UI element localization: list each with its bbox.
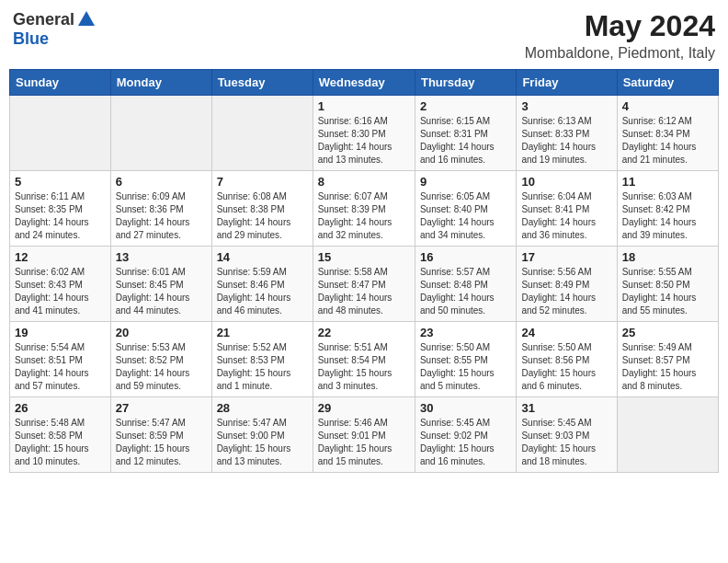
- calendar-cell: 22Sunrise: 5:51 AM Sunset: 8:54 PM Dayli…: [313, 322, 415, 397]
- calendar-cell: 17Sunrise: 5:56 AM Sunset: 8:49 PM Dayli…: [517, 247, 617, 322]
- day-info: Sunrise: 6:07 AM Sunset: 8:39 PM Dayligh…: [318, 190, 410, 242]
- svg-marker-0: [78, 11, 95, 26]
- day-number: 16: [420, 250, 511, 264]
- header-sunday: Sunday: [10, 70, 111, 96]
- calendar-header: Sunday Monday Tuesday Wednesday Thursday…: [10, 70, 719, 96]
- day-info: Sunrise: 5:57 AM Sunset: 8:48 PM Dayligh…: [420, 266, 511, 317]
- calendar-cell: 31Sunrise: 5:45 AM Sunset: 9:03 PM Dayli…: [517, 397, 617, 473]
- day-number: 31: [521, 401, 611, 415]
- calendar-cell: 9Sunrise: 6:05 AM Sunset: 8:40 PM Daylig…: [415, 171, 516, 247]
- day-info: Sunrise: 6:08 AM Sunset: 8:38 PM Dayligh…: [217, 190, 308, 242]
- calendar-cell: 24Sunrise: 5:50 AM Sunset: 8:56 PM Dayli…: [517, 322, 617, 397]
- header-tuesday: Tuesday: [211, 70, 313, 96]
- day-info: Sunrise: 5:55 AM Sunset: 8:50 PM Dayligh…: [622, 266, 713, 317]
- page-header: General Blue May 2024 Mombaldone, Piedmo…: [9, 9, 719, 62]
- day-number: 9: [420, 175, 511, 189]
- day-number: 28: [217, 401, 308, 415]
- day-number: 12: [15, 250, 106, 264]
- day-number: 23: [420, 326, 511, 339]
- day-info: Sunrise: 5:47 AM Sunset: 9:00 PM Dayligh…: [217, 417, 308, 468]
- logo-icon: [76, 9, 97, 29]
- day-number: 20: [116, 326, 207, 339]
- calendar-cell: 12Sunrise: 6:02 AM Sunset: 8:43 PM Dayli…: [10, 247, 111, 322]
- calendar-week-row: 26Sunrise: 5:48 AM Sunset: 8:58 PM Dayli…: [10, 397, 719, 473]
- calendar-cell: 20Sunrise: 5:53 AM Sunset: 8:52 PM Dayli…: [110, 322, 211, 397]
- day-info: Sunrise: 6:11 AM Sunset: 8:35 PM Dayligh…: [15, 190, 106, 242]
- day-info: Sunrise: 5:49 AM Sunset: 8:57 PM Dayligh…: [622, 341, 713, 393]
- calendar-week-row: 12Sunrise: 6:02 AM Sunset: 8:43 PM Dayli…: [10, 247, 719, 322]
- day-info: Sunrise: 5:59 AM Sunset: 8:46 PM Dayligh…: [217, 266, 308, 317]
- calendar-cell: [617, 397, 718, 473]
- day-number: 2: [420, 99, 511, 113]
- calendar-cell: 11Sunrise: 6:03 AM Sunset: 8:42 PM Dayli…: [617, 171, 718, 247]
- day-number: 14: [217, 250, 308, 264]
- day-number: 21: [217, 326, 308, 339]
- calendar-cell: 5Sunrise: 6:11 AM Sunset: 8:35 PM Daylig…: [10, 171, 111, 247]
- day-info: Sunrise: 5:45 AM Sunset: 9:03 PM Dayligh…: [521, 417, 611, 468]
- day-info: Sunrise: 6:13 AM Sunset: 8:33 PM Dayligh…: [521, 115, 611, 167]
- calendar-cell: 27Sunrise: 5:47 AM Sunset: 8:59 PM Dayli…: [110, 397, 211, 473]
- calendar-cell: 6Sunrise: 6:09 AM Sunset: 8:36 PM Daylig…: [110, 171, 211, 247]
- day-number: 18: [622, 250, 713, 264]
- day-number: 26: [15, 401, 106, 415]
- day-number: 24: [521, 326, 611, 339]
- day-info: Sunrise: 6:12 AM Sunset: 8:34 PM Dayligh…: [622, 115, 713, 167]
- calendar-cell: [110, 96, 211, 171]
- logo: General Blue: [13, 9, 97, 49]
- header-row: Sunday Monday Tuesday Wednesday Thursday…: [10, 70, 719, 96]
- day-number: 30: [420, 401, 511, 415]
- location-subtitle: Mombaldone, Piedmont, Italy: [525, 45, 715, 62]
- day-number: 15: [318, 250, 410, 264]
- day-number: 17: [521, 250, 611, 264]
- calendar-cell: 28Sunrise: 5:47 AM Sunset: 9:00 PM Dayli…: [211, 397, 313, 473]
- calendar-cell: [211, 96, 313, 171]
- day-info: Sunrise: 5:47 AM Sunset: 8:59 PM Dayligh…: [116, 417, 207, 468]
- day-info: Sunrise: 5:45 AM Sunset: 9:02 PM Dayligh…: [420, 417, 511, 468]
- calendar-cell: 29Sunrise: 5:46 AM Sunset: 9:01 PM Dayli…: [313, 397, 415, 473]
- day-number: 6: [116, 175, 207, 189]
- day-number: 25: [622, 326, 713, 339]
- day-number: 19: [15, 326, 106, 339]
- title-section: May 2024 Mombaldone, Piedmont, Italy: [525, 9, 715, 62]
- day-info: Sunrise: 6:04 AM Sunset: 8:41 PM Dayligh…: [521, 190, 611, 242]
- logo-general-text: General: [13, 10, 74, 29]
- day-info: Sunrise: 5:56 AM Sunset: 8:49 PM Dayligh…: [521, 266, 611, 317]
- day-info: Sunrise: 5:46 AM Sunset: 9:01 PM Dayligh…: [318, 417, 410, 468]
- day-number: 3: [521, 99, 611, 113]
- calendar-cell: 2Sunrise: 6:15 AM Sunset: 8:31 PM Daylig…: [415, 96, 516, 171]
- day-info: Sunrise: 6:05 AM Sunset: 8:40 PM Dayligh…: [420, 190, 511, 242]
- calendar-cell: 23Sunrise: 5:50 AM Sunset: 8:55 PM Dayli…: [415, 322, 516, 397]
- calendar-cell: 18Sunrise: 5:55 AM Sunset: 8:50 PM Dayli…: [617, 247, 718, 322]
- calendar-cell: 3Sunrise: 6:13 AM Sunset: 8:33 PM Daylig…: [517, 96, 617, 171]
- day-number: 7: [217, 175, 308, 189]
- calendar-week-row: 19Sunrise: 5:54 AM Sunset: 8:51 PM Dayli…: [10, 322, 719, 397]
- day-info: Sunrise: 6:09 AM Sunset: 8:36 PM Dayligh…: [116, 190, 207, 242]
- day-info: Sunrise: 5:54 AM Sunset: 8:51 PM Dayligh…: [15, 341, 106, 393]
- header-saturday: Saturday: [617, 70, 718, 96]
- calendar-cell: 4Sunrise: 6:12 AM Sunset: 8:34 PM Daylig…: [617, 96, 718, 171]
- day-info: Sunrise: 5:50 AM Sunset: 8:55 PM Dayligh…: [420, 341, 511, 393]
- calendar-cell: 14Sunrise: 5:59 AM Sunset: 8:46 PM Dayli…: [211, 247, 313, 322]
- day-number: 8: [318, 175, 410, 189]
- day-number: 5: [15, 175, 106, 189]
- calendar-table: Sunday Monday Tuesday Wednesday Thursday…: [9, 69, 719, 473]
- calendar-body: 1Sunrise: 6:16 AM Sunset: 8:30 PM Daylig…: [10, 96, 719, 473]
- calendar-cell: 7Sunrise: 6:08 AM Sunset: 8:38 PM Daylig…: [211, 171, 313, 247]
- day-number: 22: [318, 326, 410, 339]
- calendar-cell: 19Sunrise: 5:54 AM Sunset: 8:51 PM Dayli…: [10, 322, 111, 397]
- day-number: 13: [116, 250, 207, 264]
- header-wednesday: Wednesday: [313, 70, 415, 96]
- day-info: Sunrise: 5:53 AM Sunset: 8:52 PM Dayligh…: [116, 341, 207, 393]
- calendar-cell: 26Sunrise: 5:48 AM Sunset: 8:58 PM Dayli…: [10, 397, 111, 473]
- day-info: Sunrise: 6:01 AM Sunset: 8:45 PM Dayligh…: [116, 266, 207, 317]
- day-info: Sunrise: 5:50 AM Sunset: 8:56 PM Dayligh…: [521, 341, 611, 393]
- day-number: 29: [318, 401, 410, 415]
- day-number: 11: [622, 175, 713, 189]
- calendar-cell: 8Sunrise: 6:07 AM Sunset: 8:39 PM Daylig…: [313, 171, 415, 247]
- day-number: 4: [622, 99, 713, 113]
- calendar-cell: 30Sunrise: 5:45 AM Sunset: 9:02 PM Dayli…: [415, 397, 516, 473]
- calendar-week-row: 1Sunrise: 6:16 AM Sunset: 8:30 PM Daylig…: [10, 96, 719, 171]
- calendar-week-row: 5Sunrise: 6:11 AM Sunset: 8:35 PM Daylig…: [10, 171, 719, 247]
- logo-blue-text: Blue: [13, 29, 49, 49]
- day-info: Sunrise: 6:16 AM Sunset: 8:30 PM Dayligh…: [318, 115, 410, 167]
